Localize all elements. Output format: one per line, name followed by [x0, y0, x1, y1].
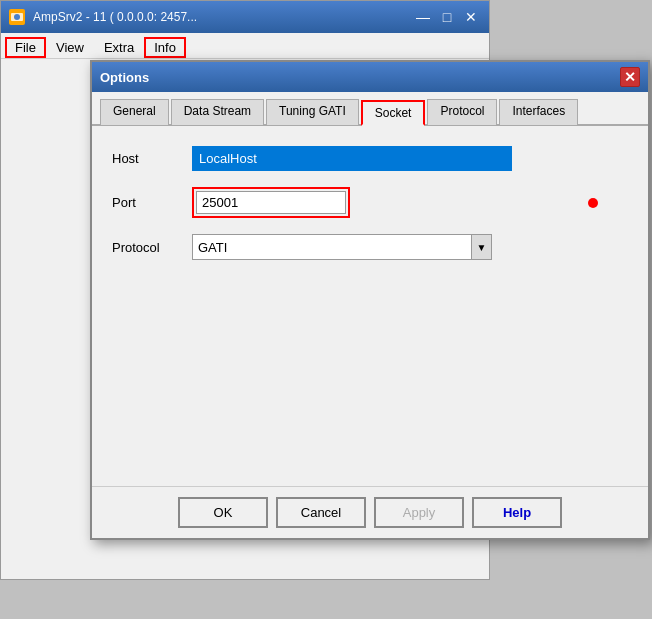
bg-menubar: File View Extra Info	[1, 33, 489, 59]
port-row: Port	[112, 187, 628, 218]
red-dot-indicator	[588, 198, 598, 208]
host-input[interactable]	[192, 146, 512, 171]
ok-button[interactable]: OK	[178, 497, 268, 528]
bg-titlebar: AmpSrv2 - 11 ( 0.0.0.0: 2457... — □ ✕	[1, 1, 489, 33]
tab-socket[interactable]: Socket	[361, 100, 426, 126]
bg-menu-extra[interactable]: Extra	[94, 37, 144, 58]
bg-titlebar-controls: — □ ✕	[413, 9, 481, 25]
tab-general[interactable]: General	[100, 99, 169, 125]
bg-maximize-btn[interactable]: □	[437, 9, 457, 25]
bg-menu-file[interactable]: File	[5, 37, 46, 58]
dialog-content: Host Port Protocol GATI TCP UDP ▼	[92, 126, 648, 486]
svg-point-1	[14, 14, 20, 20]
dialog-titlebar: Options ✕	[92, 62, 648, 92]
content-spacer	[112, 276, 628, 476]
port-label: Port	[112, 195, 192, 210]
apply-button[interactable]: Apply	[374, 497, 464, 528]
tab-tuning-gati[interactable]: Tuning GATI	[266, 99, 359, 125]
help-button[interactable]: Help	[472, 497, 562, 528]
protocol-label: Protocol	[112, 240, 192, 255]
bg-menu-view[interactable]: View	[46, 37, 94, 58]
protocol-select[interactable]: GATI TCP UDP	[193, 237, 471, 258]
bg-close-btn[interactable]: ✕	[461, 9, 481, 25]
cancel-button[interactable]: Cancel	[276, 497, 366, 528]
port-input-box	[192, 187, 350, 218]
app-icon	[9, 9, 25, 25]
port-input[interactable]	[196, 191, 346, 214]
dialog-close-btn[interactable]: ✕	[620, 67, 640, 87]
host-row: Host	[112, 146, 628, 171]
host-label: Host	[112, 151, 192, 166]
options-dialog: Options ✕ General Data Stream Tuning GAT…	[90, 60, 650, 540]
tab-data-stream[interactable]: Data Stream	[171, 99, 264, 125]
protocol-row: Protocol GATI TCP UDP ▼	[112, 234, 628, 260]
bg-minimize-btn[interactable]: —	[413, 9, 433, 25]
tab-bar: General Data Stream Tuning GATI Socket P…	[92, 92, 648, 126]
protocol-select-wrapper: GATI TCP UDP ▼	[192, 234, 492, 260]
dialog-footer: OK Cancel Apply Help	[92, 486, 648, 538]
bg-menu-info[interactable]: Info	[144, 37, 186, 58]
tab-interfaces[interactable]: Interfaces	[499, 99, 578, 125]
bg-window-title: AmpSrv2 - 11 ( 0.0.0.0: 2457...	[33, 10, 405, 24]
dialog-title: Options	[100, 70, 620, 85]
tab-protocol[interactable]: Protocol	[427, 99, 497, 125]
protocol-dropdown-btn[interactable]: ▼	[471, 235, 491, 259]
